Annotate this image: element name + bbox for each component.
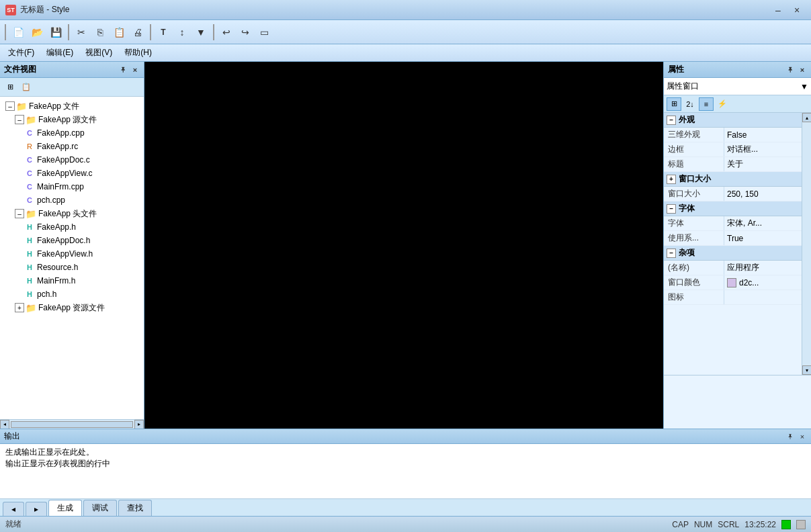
tree-item-f4[interactable]: C FakeAppView.c [0,167,144,180]
props-tool-grid[interactable]: ⊞ [667,97,681,111]
tree-label-f3: FakeAppDoc.c [37,155,90,165]
prop-val-title[interactable]: 关于 [724,159,802,170]
toolbar-dropdown[interactable]: ▼ [192,24,210,41]
undo-button[interactable]: ↩ [218,24,235,41]
props-row-name: (名称) 应用程序 [664,261,802,275]
props-vscrollbar[interactable]: ▴ ▾ [802,113,811,375]
file-icon-f1: C [24,128,35,138]
file-tool-1[interactable]: ⊞ [3,81,17,94]
sort-button[interactable]: ↕ [173,24,191,41]
tree-item-src[interactable]: – 📁 FakeApp 源文件 [0,113,144,126]
tab-prev-right[interactable]: ▸ [26,502,47,516]
file-tool-2[interactable]: 📋 [19,81,34,94]
tree-item-res[interactable]: + 📁 FakeApp 资源文件 [0,301,144,314]
toggle-winsize[interactable]: + [667,175,676,184]
print-button[interactable]: 🖨 [129,24,146,41]
file-panel-hscrollbar[interactable]: ◂ ▸ [0,419,144,429]
toggle-appearance[interactable]: – [667,116,676,125]
expander-src[interactable]: – [15,115,24,124]
tab-find[interactable]: 查找 [118,500,152,516]
new-button[interactable]: 📄 [9,24,27,41]
tab-build[interactable]: 生成 [48,500,82,517]
props-dropdown[interactable]: 属性窗口 ▼ [664,78,811,95]
status-scrl: SCRL [718,520,739,529]
prop-val-winsize[interactable]: 250, 150 [724,189,802,199]
expander-root[interactable]: – [5,101,15,111]
tree-label-h6: pch.h [37,290,56,299]
prop-val-sysFont[interactable]: True [724,234,802,243]
cut-button[interactable]: ✂ [73,24,90,41]
file-icon-h4: H [24,262,35,273]
toggle-misc[interactable]: – [667,249,676,258]
folder-icon-root: 📁 [16,101,27,112]
props-panel-close[interactable]: × [798,66,807,74]
prop-val-name[interactable]: 应用程序 [724,262,802,273]
output-content: 生成输出正显示在此处。 输出正显示在列表视图的行中 [0,444,811,498]
file-panel-close[interactable]: × [130,66,140,74]
props-dropdown-arrow: ▼ [800,82,808,91]
props-tool-sort[interactable]: 2↓ [683,97,697,111]
props-panel-pin[interactable]: 🖈 [785,66,795,74]
menu-file[interactable]: 文件(F) [3,46,40,60]
props-tool-event[interactable]: ⚡ [715,97,730,111]
titlebar: ST 无标题 - Style – × [0,0,811,20]
canvas-area[interactable] [144,62,663,429]
tree-item-f5[interactable]: C MainFrm.cpp [0,180,144,193]
paste-button[interactable]: 📋 [110,24,128,41]
hscroll-right[interactable]: ▸ [134,420,144,429]
props-section-appearance[interactable]: – 外观 [664,113,802,128]
tree-item-h4[interactable]: H Resource.h [0,261,144,274]
tree-item-h5[interactable]: H MainFrm.h [0,274,144,287]
output-close[interactable]: × [798,433,807,441]
props-section-winsize[interactable]: + 窗口大小 [664,172,802,187]
tree-label-res: FakeApp 资源文件 [38,302,105,314]
tree-item-root[interactable]: – 📁 FakeApp 文件 [0,99,144,113]
file-panel-pin[interactable]: 🖈 [118,66,128,74]
hscroll-thumb[interactable] [11,421,133,428]
prop-val-border[interactable]: 对话框... [724,144,802,155]
statusbar-text: 就绪 [5,519,22,530]
rect-button[interactable]: ▭ [255,24,273,41]
menu-edit[interactable]: 编辑(E) [41,46,79,60]
toggle-font[interactable]: – [667,204,676,214]
expander-res[interactable]: + [15,303,24,312]
hscroll-left[interactable]: ◂ [0,420,9,429]
vscroll-down[interactable]: ▾ [802,365,812,375]
tab-debug[interactable]: 调试 [83,500,117,516]
tree-item-h6[interactable]: H pch.h [0,287,144,301]
minimize-button[interactable]: – [769,3,787,17]
prop-val-font[interactable]: 宋体, Ar... [724,218,802,229]
status-indicator [781,520,791,529]
props-section-font[interactable]: – 字体 [664,202,802,216]
prop-val-3d[interactable]: False [724,130,802,140]
menu-view[interactable]: 视图(V) [80,46,118,60]
expander-hdr[interactable]: – [15,209,24,218]
tree-item-f3[interactable]: C FakeAppDoc.c [0,153,144,167]
menu-help[interactable]: 帮助(H) [119,46,157,60]
props-tool-list[interactable]: ≡ [699,97,714,111]
titlebar-title: 无标题 - Style [20,4,69,15]
redo-button[interactable]: ↪ [237,24,254,41]
tab-prev-left[interactable]: ◂ [3,502,24,516]
close-button[interactable]: × [788,3,806,17]
tree-item-h3[interactable]: H FakeAppView.h [0,247,144,261]
tree-item-h2[interactable]: H FakeAppDoc.h [0,234,144,247]
tree-item-f1[interactable]: C FakeApp.cpp [0,126,144,140]
output-pin[interactable]: 🖈 [785,433,795,441]
props-table[interactable]: – 外观 三维外观 False 边框 对话框... 标题 关于 + [664,113,802,375]
tree-item-f2[interactable]: R FakeApp.rc [0,140,144,153]
prop-key-name: (名称) [664,261,724,275]
tree-item-h1[interactable]: H FakeApp.h [0,220,144,234]
props-section-misc[interactable]: – 杂项 [664,246,802,261]
prop-val-wincolor[interactable]: d2c... [724,278,802,287]
tree-item-hdr[interactable]: – 📁 FakeApp 头文件 [0,207,144,220]
file-icon-f2: R [24,141,35,152]
open-button[interactable]: 📂 [28,24,46,41]
vscroll-up[interactable]: ▴ [802,113,812,122]
save-button[interactable]: 💾 [47,24,65,41]
copy-button[interactable]: ⎘ [91,24,109,41]
tree-item-f6[interactable]: C pch.cpp [0,193,144,207]
text-button[interactable]: T [155,24,172,41]
file-tree[interactable]: – 📁 FakeApp 文件 – 📁 FakeApp 源文件 C FakeApp… [0,97,144,419]
output-header: 输出 🖈 × [0,429,811,444]
